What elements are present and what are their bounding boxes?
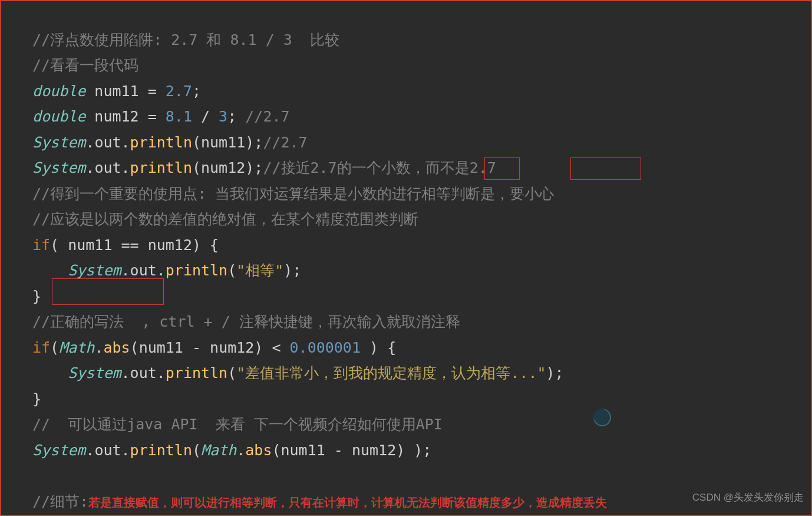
comment: //正确的写法 , ctrl + / 注释快捷键，再次输入就取消注释 [32,313,460,330]
comment: //2.7 [263,134,307,151]
comment: //应该是以两个数的差值的绝对值，在某个精度范围类判断 [32,211,418,228]
watermark: CSDN @头发头发你别走 [692,485,804,511]
keyword-double: double [32,83,85,100]
comment: //得到一个重要的使用点: 当我们对运算结果是小数的进行相等判断是，要小心 [32,185,554,202]
number: 3 [219,108,227,125]
identifier: num11 [85,83,147,100]
class-math: Math [59,339,94,356]
close-brace: } [32,288,41,305]
keyword-if: if [32,236,50,254]
comment: //细节: [32,493,88,510]
code-block: //浮点数使用陷阱: 2.7 和 8.1 / 3 比较 //看看一段代码 dou… [32,1,806,515]
number: 0.000001 [281,339,370,356]
keyword-double: double [32,108,85,125]
comment: //接近2.7的一个小数，而不是2.7 [263,159,496,176]
op-equals: = [148,83,157,100]
comment: //看看一段代码 [32,57,138,74]
comment: //浮点数使用陷阱: 2.7 和 8.1 / 3 比较 [32,31,339,48]
method-abs: abs [103,339,130,356]
number: 2.7 [166,83,192,100]
comment: //2.7 [236,108,289,125]
comment: // 可以通过java API 来看 下一个视频介绍如何使用API [32,416,443,433]
keyword-if: if [32,339,50,356]
close-brace: } [32,390,41,407]
number: 8.1 [166,108,192,125]
string-literal: "相等" [236,262,283,279]
highlighted-note: 若是直接赋值，则可以进行相等判断，只有在计算时，计算机无法判断该值精度多少，造成… [88,496,607,509]
method-println: println [130,134,192,151]
string-literal: "差值非常小，到我的规定精度，认为相等..." [236,364,546,382]
identifier: num12 [85,108,147,125]
semicolon: ; [192,83,201,100]
class-system: System [32,134,85,151]
